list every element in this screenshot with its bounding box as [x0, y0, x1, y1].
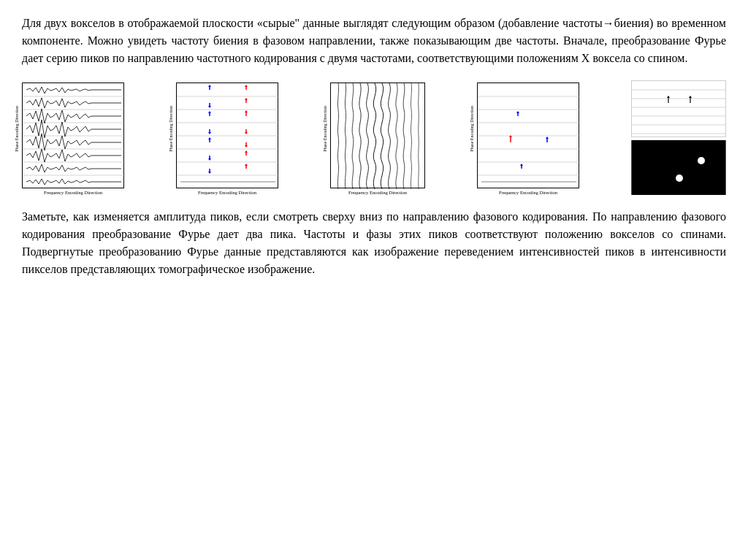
svg-marker-56	[546, 137, 549, 139]
svg-marker-17	[245, 85, 248, 87]
svg-rect-70	[632, 140, 725, 195]
paragraph-1: Для двух вокселов в отображаемой плоскос…	[22, 15, 726, 67]
fig2-x-label: Frequency Encoding Direction	[198, 190, 256, 195]
figure-1-box	[22, 83, 124, 188]
svg-marker-41	[245, 164, 248, 166]
figure-2-container: Phase Encoding Direction	[176, 83, 278, 195]
svg-point-72	[676, 174, 683, 182]
svg-marker-39	[208, 172, 211, 174]
figure-1-container: Phase Encoding Direction	[22, 83, 124, 195]
figure-2-box	[176, 83, 278, 188]
figure-3-box	[330, 83, 425, 188]
svg-marker-54	[509, 135, 512, 137]
figure-4-box	[477, 83, 579, 188]
svg-marker-29	[245, 132, 248, 134]
svg-marker-15	[208, 85, 211, 87]
figure-3-container: Phase Encoding Direction	[330, 83, 425, 195]
fig1-x-label: Frequency Encoding Direction	[44, 190, 102, 195]
paragraph-2: Заметьте, как изменяется амплитуда пиков…	[22, 208, 726, 278]
figure-5-top	[631, 80, 726, 137]
fig3-y-label: Phase Encoding Direction	[323, 106, 327, 152]
svg-marker-52	[516, 111, 519, 113]
svg-marker-33	[245, 145, 248, 147]
svg-marker-35	[208, 158, 211, 161]
svg-marker-21	[245, 98, 248, 100]
svg-marker-19	[208, 106, 211, 108]
fig2-y-label: Phase Encoding Direction	[169, 106, 173, 152]
svg-point-71	[698, 157, 705, 164]
figure-4-container: Phase Encoding Direction	[477, 83, 579, 195]
figure-5-bottom	[631, 140, 726, 195]
svg-marker-69	[689, 96, 692, 98]
svg-marker-37	[245, 150, 248, 153]
figure-5-container	[631, 80, 726, 195]
figures-row: Phase Encoding Direction	[22, 80, 726, 195]
fig3-x-label: Frequency Encoding Direction	[348, 190, 407, 195]
svg-marker-67	[667, 96, 670, 98]
svg-marker-27	[208, 132, 211, 134]
svg-marker-58	[520, 164, 523, 166]
svg-marker-23	[208, 111, 211, 113]
fig1-y-label: Phase Encoding Direction	[15, 106, 19, 152]
fig4-y-label: Phase Encoding Direction	[470, 106, 474, 152]
svg-marker-31	[208, 137, 211, 139]
fig4-x-label: Frequency Encoding Direction	[499, 190, 557, 195]
svg-marker-25	[245, 110, 248, 112]
